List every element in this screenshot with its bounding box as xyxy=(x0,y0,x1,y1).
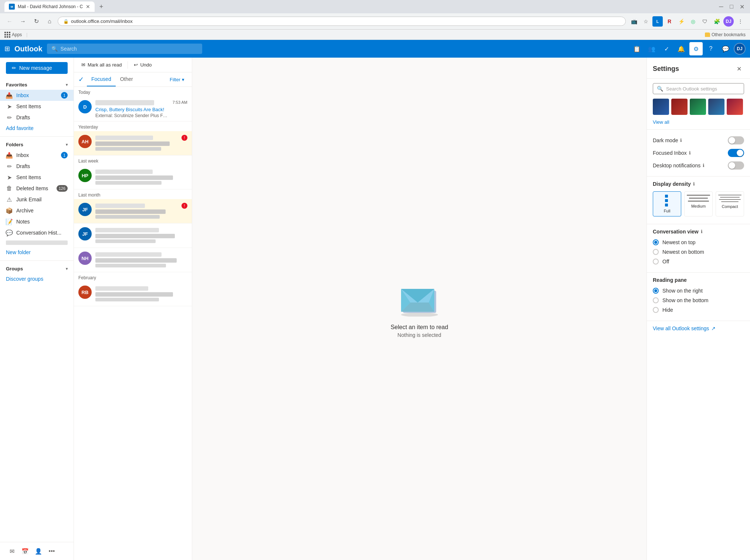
density-medium[interactable]: Medium xyxy=(684,191,713,216)
favorites-header[interactable]: Favorites ▾ xyxy=(0,80,74,90)
desktop-notif-info[interactable]: ℹ xyxy=(703,163,705,168)
mark-all-read-button[interactable]: ✉ Mark all as read xyxy=(78,61,125,69)
mail-item-msg2[interactable]: AH ! xyxy=(74,131,192,156)
sidebar-item-drafts[interactable]: ✏ Drafts xyxy=(0,161,74,172)
view-all-settings-link[interactable]: View all Outlook settings ↗ xyxy=(653,325,744,331)
desktop-notif-toggle[interactable] xyxy=(728,161,744,170)
other-bookmarks[interactable]: Other bookmarks xyxy=(705,32,746,37)
maximize-button[interactable]: □ xyxy=(728,3,735,10)
user-avatar-button[interactable]: DJ xyxy=(734,43,746,55)
theme-thumb-4[interactable] xyxy=(708,99,724,115)
close-button[interactable]: ✕ xyxy=(738,3,746,10)
more-nav-icon[interactable]: ••• xyxy=(46,545,58,557)
focused-inbox-info[interactable]: ℹ xyxy=(689,150,691,156)
apps-button[interactable]: Apps xyxy=(4,32,22,38)
mail-meta-msg1: 7:53 AM xyxy=(173,100,187,105)
sidebar-item-convhist[interactable]: 💬 Conversation Hist... xyxy=(0,227,74,238)
theme-thumb-5[interactable] xyxy=(727,99,743,115)
undo-button[interactable]: ↩ Undo xyxy=(131,61,155,69)
undo-label: Undo xyxy=(140,62,152,68)
extension-icon-4[interactable]: ◎ xyxy=(688,16,698,27)
sidebar-item-inbox-favorite[interactable]: 📥 Inbox 1 xyxy=(0,90,74,101)
notifications-button[interactable]: 🔔 xyxy=(675,42,688,55)
extension-icon-1[interactable]: L xyxy=(652,16,663,27)
mail-item-msg7[interactable]: RB xyxy=(74,282,192,306)
sidebar-item-deleted[interactable]: 🗑 Deleted Items 126 xyxy=(0,183,74,194)
sidebar-item-junk[interactable]: ⚠ Junk Email xyxy=(0,194,74,205)
cast-icon[interactable]: 📺 xyxy=(629,16,639,27)
sidebar-item-archive[interactable]: 📦 Archive xyxy=(0,205,74,216)
new-message-button[interactable]: ✏ New message xyxy=(6,62,68,74)
reading-bottom[interactable]: Show on the bottom xyxy=(653,296,744,305)
minimize-button[interactable]: ─ xyxy=(717,3,725,10)
my-day-button[interactable]: 📋 xyxy=(630,42,644,55)
discover-groups-link[interactable]: Discover groups xyxy=(0,274,74,284)
reading-right[interactable]: Show on the right xyxy=(653,286,744,296)
browser-menu-button[interactable]: ⋮ xyxy=(735,16,746,27)
mail-item-msg3[interactable]: HP xyxy=(74,165,192,189)
extension-icon-5[interactable]: 🛡 xyxy=(700,16,710,27)
home-button[interactable]: ⌂ xyxy=(44,16,55,27)
theme-thumb-2[interactable] xyxy=(671,99,688,115)
calendar-nav-icon[interactable]: 📅 xyxy=(19,545,31,557)
people-nav-icon[interactable]: 👤 xyxy=(33,545,44,557)
density-info[interactable]: ℹ xyxy=(693,181,695,187)
outlook-logo[interactable]: Outlook xyxy=(14,45,43,53)
conv-view-info[interactable]: ℹ xyxy=(701,229,703,234)
app-launcher-icon[interactable]: ⊞ xyxy=(4,45,10,53)
dark-mode-toggle[interactable] xyxy=(728,136,744,144)
sidebar-item-notes[interactable]: 📝 Notes xyxy=(0,216,74,227)
reload-button[interactable]: ↻ xyxy=(31,16,41,27)
tasks-button[interactable]: ✓ xyxy=(660,42,673,55)
sidebar-item-inbox[interactable]: 📥 Inbox 1 xyxy=(0,150,74,161)
bookmark-icon[interactable]: ☆ xyxy=(641,16,651,27)
density-full[interactable]: Full xyxy=(653,191,681,216)
extension-icon-3[interactable]: ⚡ xyxy=(676,16,686,27)
outlook-search-box[interactable]: 🔍 Search xyxy=(47,44,202,54)
add-favorite-link[interactable]: Add favorite xyxy=(0,123,74,133)
mail-item-msg1[interactable]: D Crisp, Buttery Biscuits Are Back! Exte… xyxy=(74,96,192,122)
extension-icon-2[interactable]: R xyxy=(664,16,675,27)
conv-newest-top[interactable]: Newest on top xyxy=(653,238,744,247)
mail-item-msg4[interactable]: JF ! xyxy=(74,199,192,223)
help-button[interactable]: ? xyxy=(704,42,717,55)
profile-button[interactable]: DJ xyxy=(723,16,734,27)
filter-button[interactable]: Filter ▾ xyxy=(167,75,187,84)
reading-hide[interactable]: Hide xyxy=(653,305,744,315)
new-folder-link[interactable]: New folder xyxy=(0,247,74,257)
browser-toolbar: ← → ↻ ⌂ 🔒 outlook.office.com/mail/inbox … xyxy=(0,13,750,30)
sidebar-item-sent[interactable]: ➤ Sent Items xyxy=(0,172,74,183)
reading-pane-section: Reading pane Show on the right Show on t… xyxy=(647,272,750,321)
density-compact[interactable]: Compact xyxy=(716,191,744,216)
settings-close-button[interactable]: ✕ xyxy=(734,64,744,74)
folders-header[interactable]: Folders ▾ xyxy=(0,140,74,150)
feedback-button[interactable]: 💬 xyxy=(719,42,732,55)
conv-off[interactable]: Off xyxy=(653,257,744,266)
forward-button[interactable]: → xyxy=(18,16,28,27)
sidebar-item-drafts-favorite[interactable]: ✏ Drafts xyxy=(0,112,74,123)
tab-close-button[interactable]: ✕ xyxy=(86,4,90,10)
new-tab-button[interactable]: + xyxy=(96,1,106,12)
settings-search-box[interactable]: 🔍 xyxy=(653,83,744,94)
focused-tab[interactable]: Focused xyxy=(87,72,116,86)
mail-nav-icon[interactable]: ✉ xyxy=(6,545,18,557)
sidebar-item-sent-favorite[interactable]: ➤ Sent Items xyxy=(0,101,74,112)
theme-thumb-1[interactable] xyxy=(653,99,669,115)
dark-mode-info[interactable]: ℹ xyxy=(680,138,682,143)
theme-thumb-3[interactable] xyxy=(690,99,706,115)
people-button[interactable]: 👥 xyxy=(645,42,658,55)
mail-item-msg6[interactable]: NH xyxy=(74,248,192,272)
groups-header[interactable]: Groups ▾ xyxy=(0,264,74,274)
focused-inbox-toggle[interactable] xyxy=(728,149,744,157)
back-button[interactable]: ← xyxy=(4,16,15,27)
conv-newest-bottom[interactable]: Newest on bottom xyxy=(653,247,744,257)
settings-search-input[interactable] xyxy=(666,86,740,92)
active-tab[interactable]: M Mail - David Richard Johnson - C ✕ xyxy=(4,1,95,12)
address-bar[interactable]: 🔒 outlook.office.com/mail/inbox xyxy=(58,17,626,26)
extensions-button[interactable]: 🧩 xyxy=(712,16,722,27)
conversation-view-section: Conversation view ℹ Newest on top Newest… xyxy=(647,224,750,272)
view-all-themes-link[interactable]: View all xyxy=(647,119,750,129)
settings-button[interactable]: ⚙ xyxy=(689,42,703,55)
mail-item-msg5[interactable]: JF xyxy=(74,223,192,248)
other-tab[interactable]: Other xyxy=(116,72,138,86)
